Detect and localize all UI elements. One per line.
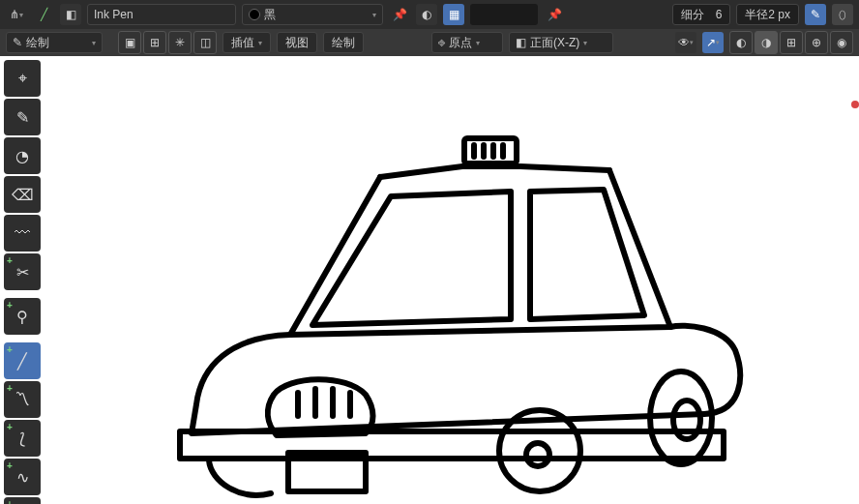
origin-label: 原点 [449, 35, 472, 51]
svg-rect-5 [180, 431, 724, 459]
header-bar: ⋔▾ ╱ ◧ Ink Pen 黑 ▾ 📌 ◐ ▦ 📌 细分 6 半径 2 px … [0, 0, 859, 29]
gizmo-icon[interactable]: ↗▾ [702, 32, 724, 53]
layer-field[interactable] [470, 4, 538, 25]
drawing-content [66, 75, 801, 501]
brush-label: Ink Pen [94, 8, 133, 21]
color-select[interactable]: 黑 ▾ [242, 4, 383, 25]
curve-tool[interactable]: +∿ [4, 459, 41, 495]
tool-sidebar: ⌖ ✎ ◔ ⌫ 〰 +✂ +⚲ +╱ +〽 +⟅ +∿ +▢ +○ [4, 60, 41, 504]
subdiv-label: 细分 [681, 7, 704, 23]
view-menu[interactable]: 视图 [277, 32, 317, 53]
subdiv-value: 6 [716, 8, 723, 21]
cutter-tool[interactable]: +✂ [4, 253, 41, 290]
color-swatch-icon [249, 9, 260, 20]
mode-select[interactable]: ✎ 绘制 ▾ [6, 32, 103, 53]
viewport[interactable] [46, 56, 859, 504]
pin2-icon[interactable]: 📌 [544, 4, 565, 25]
overlay-group: ◐ ◑ ⊞ ⊕ ◉ [729, 31, 853, 54]
origin-select[interactable]: ⎆ 原点 ▾ [431, 32, 503, 53]
overlay-render-icon[interactable]: ◉ [830, 31, 853, 54]
cursor-tool[interactable]: ⌖ [4, 60, 41, 97]
strength-icon[interactable]: ⬯ [832, 4, 853, 25]
pen-pressure-icon[interactable]: ✎ [805, 4, 826, 25]
interp-menu[interactable]: 插值▾ [222, 32, 271, 53]
globe-icon[interactable]: ◐ [416, 4, 437, 25]
snap-icon[interactable]: ⋔▾ [6, 4, 27, 25]
erase-tool[interactable]: ⌫ [4, 176, 41, 213]
overlay-shade-icon[interactable]: ◐ [729, 31, 753, 54]
subdiv-field[interactable]: 细分 6 [672, 4, 730, 25]
mode-label: 绘制 [26, 35, 49, 51]
interp-label: 插值 [231, 35, 254, 51]
radius-value: 2 px [768, 8, 790, 21]
select-edge-icon[interactable]: ✳ [168, 31, 192, 54]
origin-icon: ⎆ [438, 36, 445, 49]
select-face-icon[interactable]: ◫ [193, 31, 217, 54]
layer-icon[interactable]: ▦ [443, 4, 464, 25]
radius-field[interactable]: 半径 2 px [736, 4, 799, 25]
view-label: 视图 [285, 35, 309, 51]
draw-label: 绘制 [332, 35, 355, 51]
overlay-solid-icon[interactable]: ⊞ [780, 31, 803, 54]
overlay-wire-icon[interactable]: ◑ [755, 31, 778, 54]
secondary-bar: ✎ 绘制 ▾ ▣ ⊞ ✳ ◫ 插值▾ 视图 绘制 ⎆ 原点 ▾ ◧ 正面(X-Z… [0, 29, 859, 56]
select-vert-icon[interactable]: ⊞ [143, 31, 166, 54]
plane-select[interactable]: ◧ 正面(X-Z) ▾ [509, 32, 613, 53]
svg-point-12 [526, 443, 549, 466]
draw-menu[interactable]: 绘制 [323, 32, 364, 53]
visibility-icon[interactable]: 👁▾ [675, 32, 696, 53]
radius-label: 半径 [745, 7, 768, 23]
select-box-icon[interactable]: ▣ [118, 31, 141, 54]
stroke-icon[interactable]: ╱ [33, 4, 54, 25]
axis-indicator-icon [851, 101, 859, 108]
brush-select[interactable]: Ink Pen [87, 4, 236, 25]
box-tool[interactable]: +▢ [4, 497, 41, 504]
line-tool[interactable]: +╱ [4, 342, 41, 379]
polyline-tool[interactable]: +〽 [4, 381, 41, 418]
pin-icon[interactable]: 📌 [389, 4, 410, 25]
tint-tool[interactable]: 〰 [4, 215, 41, 252]
eyedropper-tool[interactable]: +⚲ [4, 298, 41, 335]
plane-icon: ◧ [516, 36, 526, 49]
draw-tool[interactable]: ✎ [4, 99, 41, 135]
overlay-mat-icon[interactable]: ⊕ [805, 31, 828, 54]
brush-preview-icon[interactable]: ◧ [60, 4, 81, 25]
select-mode-group: ▣ ⊞ ✳ ◫ [118, 31, 217, 54]
arc-tool[interactable]: +⟅ [4, 420, 41, 457]
fill-tool[interactable]: ◔ [4, 137, 41, 174]
color-label: 黑 [264, 7, 276, 23]
plane-label: 正面(X-Z) [530, 35, 579, 51]
pencil-mode-icon: ✎ [13, 36, 22, 49]
